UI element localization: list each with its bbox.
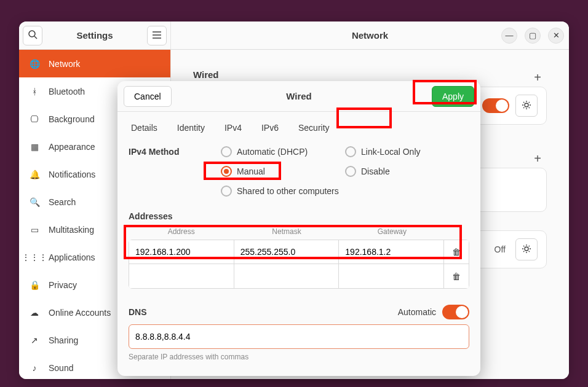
titlebar: Settings Network — ▢ ✕ [19, 22, 569, 50]
radio-shared[interactable]: Shared to other computers [221, 183, 469, 199]
gateway-input[interactable] [345, 247, 437, 257]
radio-icon [345, 166, 356, 177]
delete-row-button[interactable]: 🗑 [452, 247, 461, 257]
radio-auto[interactable]: Automatic (DHCP) [221, 144, 345, 160]
netmask-input[interactable] [240, 272, 333, 281]
search-button[interactable] [23, 26, 42, 45]
search-icon: 🔍 [29, 197, 40, 207]
dns-auto-label: Automatic [398, 307, 436, 317]
share-icon: ↗ [29, 335, 40, 345]
col-netmask: Netmask [234, 227, 339, 236]
plus-icon: + [534, 71, 541, 85]
radio-label: Manual [237, 166, 265, 176]
radio-icon [221, 146, 232, 157]
sidebar-item-label: Background [49, 114, 95, 124]
svg-point-5 [525, 103, 528, 107]
maximize-icon: ▢ [529, 31, 536, 40]
netmask-input[interactable] [240, 247, 333, 257]
wired-settings-dialog: Cancel Wired Apply Details Identity IPv4… [117, 81, 480, 376]
minimize-icon: — [506, 31, 514, 40]
addresses-header: Address Netmask Gateway [129, 224, 469, 240]
globe-icon: 🌐 [29, 59, 40, 69]
cloud-icon: ☁ [29, 308, 40, 318]
address-input[interactable] [135, 272, 228, 281]
delete-row-button[interactable]: 🗑 [452, 272, 461, 281]
address-input[interactable] [135, 247, 228, 257]
titlebar-right: Network — ▢ ✕ [171, 22, 569, 49]
dns-auto-toggle[interactable] [442, 305, 469, 319]
address-row: 🗑 [129, 264, 469, 289]
dns-input[interactable] [129, 324, 469, 349]
ipv4-method-grid: IPv4 Method Automatic (DHCP) Link-Local … [129, 144, 469, 199]
radio-label: Shared to other computers [237, 186, 339, 196]
maximize-button[interactable]: ▢ [525, 28, 541, 44]
radio-icon [221, 166, 232, 177]
radio-label: Link-Local Only [361, 147, 421, 157]
vpn-off-label: Off [495, 244, 506, 254]
dns-hint: Separate IP addresses with commas [129, 353, 469, 361]
sidebar-item-label: Bluetooth [49, 87, 85, 96]
apply-button[interactable]: Apply [432, 86, 474, 107]
dialog-header: Cancel Wired Apply [117, 81, 480, 112]
hamburger-icon [153, 31, 161, 41]
window-controls: — ▢ ✕ [501, 28, 564, 44]
sidebar-item-label: Search [49, 197, 76, 207]
tab-ipv6[interactable]: IPv6 [259, 120, 281, 135]
radio-label: Automatic (DHCP) [237, 147, 308, 157]
sidebar-item-label: Online Accounts [49, 308, 111, 318]
gateway-input[interactable] [345, 272, 437, 281]
tab-details[interactable]: Details [129, 120, 160, 135]
svg-line-1 [34, 36, 37, 39]
tab-ipv4[interactable]: IPv4 [222, 120, 244, 135]
close-icon: ✕ [553, 31, 560, 40]
sidebar-item-network[interactable]: 🌐 Network [19, 50, 170, 77]
cancel-label: Cancel [134, 92, 161, 101]
titlebar-left: Settings [19, 22, 171, 49]
multitasking-icon: ▭ [29, 225, 40, 235]
trash-icon: 🗑 [452, 247, 461, 257]
apps-icon: ⋮⋮⋮ [29, 252, 40, 262]
dialog-body: IPv4 Method Automatic (DHCP) Link-Local … [117, 141, 480, 376]
radio-icon [221, 186, 232, 197]
add-connection-button[interactable]: + [528, 149, 547, 168]
tab-identity[interactable]: Identity [175, 120, 207, 135]
wired-toggle[interactable] [482, 98, 509, 113]
display-icon: 🖵 [29, 114, 40, 124]
gear-icon [522, 244, 531, 256]
sidebar-item-label: Sound [49, 363, 73, 373]
sidebar-item-label: Sharing [49, 335, 78, 345]
vpn-settings-button[interactable] [515, 238, 538, 260]
col-gateway: Gateway [340, 227, 445, 236]
sound-icon: ♪ [29, 363, 40, 373]
radio-icon [345, 146, 356, 157]
ipv4-method-label: IPv4 Method [129, 147, 221, 157]
radio-disable[interactable]: Disable [345, 163, 469, 179]
minimize-button[interactable]: — [501, 28, 517, 44]
sidebar-item-label: Applications [49, 252, 95, 262]
svg-point-6 [525, 247, 528, 251]
col-address: Address [129, 227, 234, 236]
dns-label: DNS [129, 307, 147, 317]
add-wired-button[interactable]: + [528, 68, 547, 87]
lock-icon: 🔒 [29, 280, 40, 290]
appearance-icon: ▦ [29, 142, 40, 152]
apply-label: Apply [442, 92, 464, 101]
trash-icon: 🗑 [452, 272, 461, 281]
address-row: 🗑 [129, 240, 469, 264]
radio-label: Disable [361, 166, 390, 176]
cancel-button[interactable]: Cancel [124, 86, 172, 107]
radio-manual[interactable]: Manual [221, 163, 345, 179]
radio-link-local[interactable]: Link-Local Only [345, 144, 469, 160]
bluetooth-icon: ᚼ [29, 87, 40, 96]
addresses-table: 🗑 🗑 [129, 240, 469, 289]
plus-icon: + [534, 152, 541, 166]
bell-icon: 🔔 [29, 170, 40, 179]
tab-security[interactable]: Security [296, 120, 332, 135]
hamburger-button[interactable] [147, 26, 167, 45]
close-button[interactable]: ✕ [548, 28, 564, 44]
sidebar-title: Settings [46, 30, 143, 41]
sidebar-item-label: Network [49, 59, 80, 69]
wired-settings-button[interactable] [515, 95, 538, 117]
sidebar-item-label: Privacy [49, 280, 77, 290]
dialog-title: Wired [117, 91, 480, 101]
